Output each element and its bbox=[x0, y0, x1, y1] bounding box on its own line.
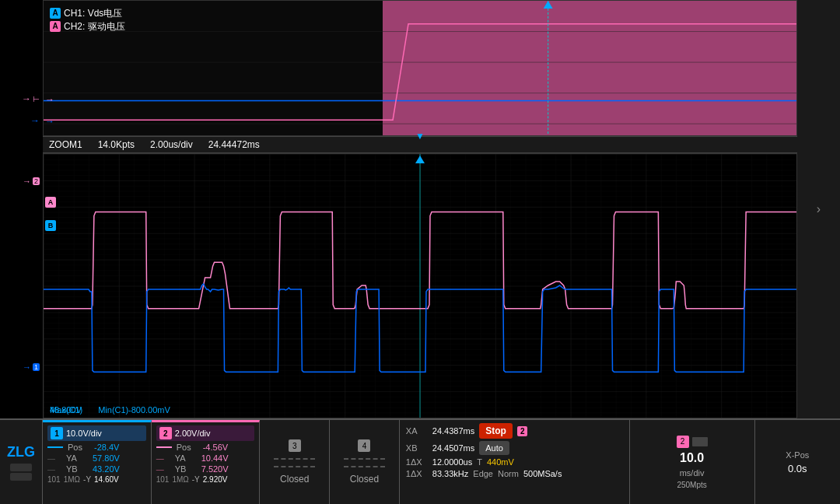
ch2-time-box: 2 bbox=[677, 436, 689, 448]
ch4-dash-line2 bbox=[344, 466, 385, 467]
ch3-header: 3 bbox=[289, 439, 301, 452]
ch1-yb-row: — YB 43.20V bbox=[47, 464, 146, 474]
time-div-row: 2 bbox=[677, 436, 708, 448]
zlg-text: ZLG bbox=[7, 444, 35, 460]
icon-bar2[interactable] bbox=[10, 473, 32, 481]
min-val: -800.00mV bbox=[128, 405, 170, 415]
zoom-waveform: A B Max(C1) Min(C1) 48.800V -800.00mV bbox=[43, 153, 797, 418]
ch2-ya-row: — YA 10.44V bbox=[156, 453, 255, 463]
level-marker-b: B bbox=[45, 220, 56, 231]
edge-label: Edge bbox=[473, 469, 493, 478]
overview-svg bbox=[44, 1, 796, 135]
ch1-label-text: CH1: Vds电压 bbox=[64, 7, 122, 20]
time-value: 10.0 bbox=[680, 451, 704, 465]
left-indicators-zoom: → 2 → 1 bbox=[0, 153, 43, 418]
ch1-label: A CH1: Vds电压 bbox=[50, 7, 125, 20]
zoom-label: ZOOM1 bbox=[49, 139, 82, 150]
ch1-box: A bbox=[50, 8, 61, 19]
trig-t-val: 440mV bbox=[487, 457, 514, 467]
ch1-dash bbox=[47, 446, 63, 448]
trig-freq-row: 1ΔX 83.33kHz Edge Norm 500MSa/s bbox=[406, 469, 623, 478]
ch2-label: A CH2: 驱动电压 bbox=[50, 20, 125, 33]
ch2-num: 2 bbox=[159, 427, 172, 439]
max-val: 48.800V bbox=[50, 405, 82, 415]
ch3-dash-line bbox=[274, 458, 315, 460]
time-unit: ms/div bbox=[680, 468, 705, 478]
ch2-vdiv: 2.00V/div bbox=[175, 429, 211, 438]
mpts-label: 250Mpts bbox=[677, 481, 706, 489]
ch1-ya-row: — YA 57.80V bbox=[47, 453, 146, 463]
time-div-label: 2.00us/div bbox=[150, 139, 193, 150]
zlg-logo: ZLG bbox=[0, 420, 43, 504]
scroll-arrow[interactable]: › bbox=[817, 202, 821, 216]
icon-bar1[interactable] bbox=[10, 464, 32, 471]
auto-button[interactable]: Auto bbox=[479, 441, 509, 455]
marker-1: → 1 bbox=[23, 362, 40, 372]
ch3-num: 3 bbox=[289, 439, 301, 452]
ch1-vdiv: 10.0V/div bbox=[66, 429, 102, 438]
svg-marker-6 bbox=[544, 1, 553, 9]
trig-t-label: T bbox=[477, 457, 482, 467]
norm-label: Norm bbox=[498, 469, 519, 478]
ch2-yb-row: — YB 7.520V bbox=[156, 464, 255, 474]
ch4-status: Closed bbox=[350, 474, 379, 485]
channel-labels: A CH1: Vds电压 A CH2: 驱动电压 bbox=[50, 7, 125, 33]
ch3-status: Closed bbox=[280, 474, 309, 485]
xpos-label: X-Pos bbox=[786, 450, 809, 460]
ch2-level-indicator: → bbox=[45, 94, 54, 105]
sarate: 500MSa/s bbox=[523, 469, 562, 478]
ch4-dash-line bbox=[344, 458, 385, 460]
trigger-panel: XA 24.4387ms Stop 2 XB 24.4507ms Auto 1Δ… bbox=[400, 420, 630, 504]
ch2-coupling-row: 101 1MΩ -Y 2.920V bbox=[156, 475, 255, 484]
ch1-level-indicator: → bbox=[45, 116, 54, 127]
ch2-label-text: CH2: 驱动电压 bbox=[64, 20, 125, 33]
ch1-info: 1 10.0V/div Pos -28.4V — YA 57.80V — YB … bbox=[43, 420, 152, 504]
ch3-closed[interactable]: 3 Closed bbox=[260, 420, 330, 504]
time-div-panel: 2 10.0 ms/div 250Mpts bbox=[630, 420, 755, 504]
ch2-arrow: → ⊥ bbox=[22, 93, 40, 104]
ch1-num: 1 bbox=[51, 427, 63, 439]
bottom-icons bbox=[10, 464, 32, 481]
xpos-panel: X-Pos 0.0s bbox=[755, 420, 840, 504]
zoom-trigger-arrow: ▼ bbox=[415, 131, 425, 142]
right-scrollbar[interactable]: › bbox=[797, 0, 840, 418]
kpts-label: 14.0Kpts bbox=[98, 139, 135, 150]
ch1-header: 1 10.0V/div bbox=[47, 425, 146, 441]
trig-xa-row: XA 24.4387ms Stop 2 bbox=[406, 423, 623, 439]
ch1-arrow: → bbox=[30, 115, 40, 126]
time-icon bbox=[692, 437, 708, 446]
left-indicators-overview: → ⊥ → bbox=[0, 0, 43, 136]
zoom-bar: ZOOM1 14.0Kpts 2.00us/div 24.44472ms ▼ bbox=[43, 136, 797, 153]
xpos-value: 0.0s bbox=[788, 463, 807, 474]
ch2-info: 2 2.00V/div Pos -4.56V — YA 10.44V — YB … bbox=[152, 420, 261, 504]
level-marker-a: A bbox=[45, 197, 56, 208]
meas-values: 48.800V -800.00mV bbox=[50, 405, 170, 415]
trig-dx-row: 1ΔX 12.0000us T 440mV bbox=[406, 457, 623, 467]
trig-xb-row: XB 24.4507ms Auto bbox=[406, 441, 623, 455]
ch3-dash-line2 bbox=[274, 466, 315, 467]
ch1-coupling-row: 101 1MΩ -Y 14.60V bbox=[47, 475, 146, 484]
zoom-level-markers: → 2 bbox=[23, 177, 40, 186]
zoom-svg bbox=[44, 154, 796, 418]
ch1-pos-row: Pos -28.4V bbox=[47, 443, 146, 452]
ch2-pos-row: Pos -4.56V bbox=[156, 443, 255, 452]
ch4-closed[interactable]: 4 Closed bbox=[330, 420, 400, 504]
overview-waveform: A CH1: Vds电压 A CH2: 驱动电压 → → bbox=[43, 0, 797, 136]
ch2-box: A bbox=[50, 21, 61, 32]
ch2-header: 2 2.00V/div bbox=[156, 425, 255, 441]
stop-button[interactable]: Stop bbox=[479, 423, 513, 439]
ch4-header: 4 bbox=[358, 439, 370, 452]
time-pos-label: 24.44472ms bbox=[208, 139, 260, 150]
ch2-trig-box: 2 bbox=[517, 426, 528, 436]
marker-2: → 2 bbox=[23, 177, 40, 186]
ch2-dash bbox=[156, 446, 172, 448]
ch4-num: 4 bbox=[358, 439, 370, 452]
bottom-panel: ZLG 1 10.0V/div Pos -28.4V — YA 57.80V —… bbox=[0, 418, 840, 504]
